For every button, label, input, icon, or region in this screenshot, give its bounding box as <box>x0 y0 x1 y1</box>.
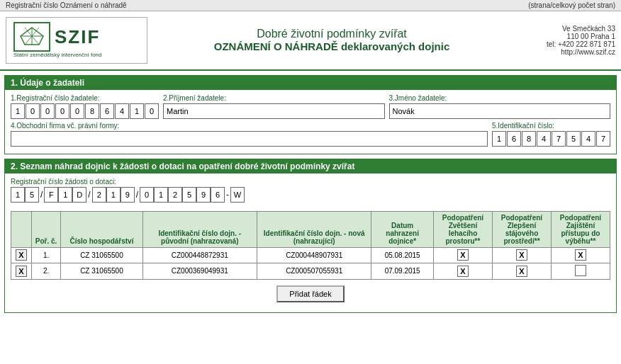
th-delete <box>11 211 32 247</box>
rz-2-0[interactable]: F <box>44 187 58 203</box>
delete-row-button[interactable]: X <box>11 263 32 279</box>
table-header-row: Poř. č. Číslo hospodářství Identifikační… <box>11 211 610 247</box>
reg-zadost-row: 1 5 / F 1 D / 2 1 9 / 0 1 2 5 9 6 - W <box>11 187 610 203</box>
reg-zadost-label: Registrační číslo žádosti o dotaci: <box>11 178 610 186</box>
ident-digit-4[interactable]: 7 <box>552 131 566 147</box>
ident-digit-2[interactable]: 8 <box>522 131 536 147</box>
table-row: X1.CZ 31065500CZ000448872931CZ0004489079… <box>11 247 610 263</box>
table-cell-ident-nova[interactable]: CZ000507055931 <box>257 263 371 279</box>
checkbox-zajisteni[interactable] <box>551 263 610 279</box>
table-cell-por: 1. <box>31 247 61 263</box>
prijmeni-field-group: 2.Příjmení žadatele: <box>163 94 385 119</box>
header-title: Dobré životní podmínky zvířat <box>162 28 502 40</box>
table-row: X2.CZ 31065500CZ000369049931CZ0005070559… <box>11 263 610 279</box>
jmeno-label: 3.Jméno žadatele: <box>389 94 611 102</box>
rz-5-0[interactable]: W <box>230 187 245 203</box>
ident-digit-1[interactable]: 6 <box>507 131 521 147</box>
rz-4-4[interactable]: 9 <box>196 187 211 203</box>
topbar-right: (strana/celkový počet stran) <box>528 1 615 9</box>
rz-1-0[interactable]: 1 <box>11 187 25 203</box>
reg-digit-5[interactable]: 8 <box>85 103 99 119</box>
rz-2-1[interactable]: 1 <box>58 187 72 203</box>
ident-digit-6[interactable]: 4 <box>581 131 595 147</box>
reg-digit-3[interactable]: 0 <box>55 103 69 119</box>
table-cell-cislo-hosp[interactable]: CZ 31065500 <box>61 247 142 263</box>
slash2: / <box>86 187 91 203</box>
th-ident-puvodni: Identifikační číslo dojn. - původní (nah… <box>142 211 257 247</box>
table-body: X1.CZ 31065500CZ000448872931CZ0004489079… <box>11 247 610 279</box>
reg-digit-9[interactable]: 0 <box>145 103 159 119</box>
ident-label: 5.Identifikační číslo: <box>492 122 610 130</box>
address-line3: tel: +420 222 871 871 <box>502 40 615 48</box>
add-row-button[interactable]: Přidat řádek <box>276 285 344 302</box>
rz-3-1[interactable]: 1 <box>106 187 121 203</box>
th-datum: Datum nahrazení dojnice* <box>371 211 434 247</box>
th-cislo-hosp: Číslo hospodářství <box>61 211 142 247</box>
header-subtitle: OZNÁMENÍ O NÁHRADĚ deklarovaných dojnic <box>162 40 502 52</box>
reg-digit-4[interactable]: 0 <box>70 103 84 119</box>
header-center: Dobré životní podmínky zvířat OZNÁMENÍ O… <box>162 28 502 52</box>
table-cell-ident-nova[interactable]: CZ000448907931 <box>257 247 371 263</box>
section1-row2: 4.Obchodní firma vč. právní formy: 5.Ide… <box>11 122 610 147</box>
rz-4-5[interactable]: 6 <box>211 187 225 203</box>
prijmeni-input[interactable] <box>163 103 385 119</box>
ident-digit-7[interactable]: 7 <box>596 131 610 147</box>
table-cell-por: 2. <box>31 263 61 279</box>
header-right: Ve Smečkách 33 110 00 Praha 1 tel: +420 … <box>502 25 615 56</box>
section1-title: 1. Údaje o žadateli <box>5 76 616 90</box>
reg-digit-6[interactable]: 6 <box>100 103 114 119</box>
reg-label: 1.Registrační číslo žadatele: <box>11 94 159 102</box>
table-cell-datum[interactable]: 05.08.2015 <box>371 247 434 263</box>
ident-digit-0[interactable]: 1 <box>492 131 506 147</box>
rz-3-2[interactable]: 9 <box>121 187 135 203</box>
rz-4-2[interactable]: 2 <box>168 187 182 203</box>
ident-digit-5[interactable]: 5 <box>566 131 581 147</box>
checkbox-zajisteni[interactable]: X <box>551 247 610 263</box>
th-por: Poř. č. <box>31 211 61 247</box>
reg-digit-0[interactable]: 1 <box>11 103 25 119</box>
rz-4-1[interactable]: 1 <box>154 187 168 203</box>
reg-digit-2[interactable]: 0 <box>40 103 55 119</box>
rz-3-0[interactable]: 2 <box>92 187 106 203</box>
section1-body: 1.Registrační číslo žadatele: 1 0 0 0 0 … <box>5 90 616 154</box>
rz-2-2[interactable]: D <box>72 187 86 203</box>
slash4: - <box>225 187 230 203</box>
section-applicant: 1. Údaje o žadateli 1.Registrační číslo … <box>4 75 617 154</box>
rz-4-0[interactable]: 0 <box>140 187 154 203</box>
table-cell-cislo-hosp[interactable]: CZ 31065500 <box>61 263 142 279</box>
section2-body: Registrační číslo žádosti o dotaci: 1 5 … <box>5 174 616 312</box>
logo-area: SZIF Státní zemědělský intervenční fond <box>6 17 147 64</box>
reg-number-boxes: 1 0 0 0 0 8 6 4 1 0 <box>11 103 159 119</box>
checkbox-zvetseni[interactable]: X <box>433 263 492 279</box>
ident-digit-3[interactable]: 4 <box>537 131 551 147</box>
th-zajisteni: Podopatření Zajištění přístupu do výběhu… <box>551 211 610 247</box>
jmeno-input[interactable] <box>389 103 611 119</box>
top-bar: Registrační číslo Oznámení o náhradě (st… <box>0 0 621 11</box>
table-cell-ident-puvodni[interactable]: CZ000448872931 <box>142 247 257 263</box>
rz-4-3[interactable]: 5 <box>182 187 196 203</box>
dojnice-table: Poř. č. Číslo hospodářství Identifikační… <box>11 211 610 280</box>
topbar-left: Registrační číslo Oznámení o náhradě <box>6 1 127 9</box>
table-cell-ident-puvodni[interactable]: CZ000369049931 <box>142 263 257 279</box>
checkbox-zlepseni[interactable]: X <box>492 247 551 263</box>
slash3: / <box>135 187 140 203</box>
delete-row-button[interactable]: X <box>11 247 32 263</box>
rz-1-1[interactable]: 5 <box>25 187 39 203</box>
logo-szif-text: SZIF <box>55 26 100 48</box>
section-dojnice: 2. Seznam náhrad dojnic k žádosti o dota… <box>4 159 617 313</box>
section1-row1: 1.Registrační číslo žadatele: 1 0 0 0 0 … <box>11 94 610 119</box>
obchodni-input[interactable] <box>11 131 488 147</box>
header: SZIF Státní zemědělský intervenční fond … <box>0 11 621 71</box>
obchodni-label: 4.Obchodní firma vč. právní formy: <box>11 122 488 130</box>
th-zlepseni: Podopatření Zlepšení stájového prostředí… <box>492 211 551 247</box>
ident-number-boxes: 1 6 8 4 7 5 4 7 <box>492 131 610 147</box>
reg-digit-1[interactable]: 0 <box>26 103 40 119</box>
checkbox-zlepseni[interactable]: X <box>492 263 551 279</box>
logo-emblem <box>13 22 50 52</box>
table-cell-datum[interactable]: 07.09.2015 <box>371 263 434 279</box>
reg-zadost-group: Registrační číslo žádosti o dotaci: 1 5 … <box>11 178 610 207</box>
checkbox-zvetseni[interactable]: X <box>433 247 492 263</box>
obchodni-field-group: 4.Obchodní firma vč. právní formy: <box>11 122 488 147</box>
reg-digit-8[interactable]: 1 <box>130 103 144 119</box>
reg-digit-7[interactable]: 4 <box>115 103 129 119</box>
